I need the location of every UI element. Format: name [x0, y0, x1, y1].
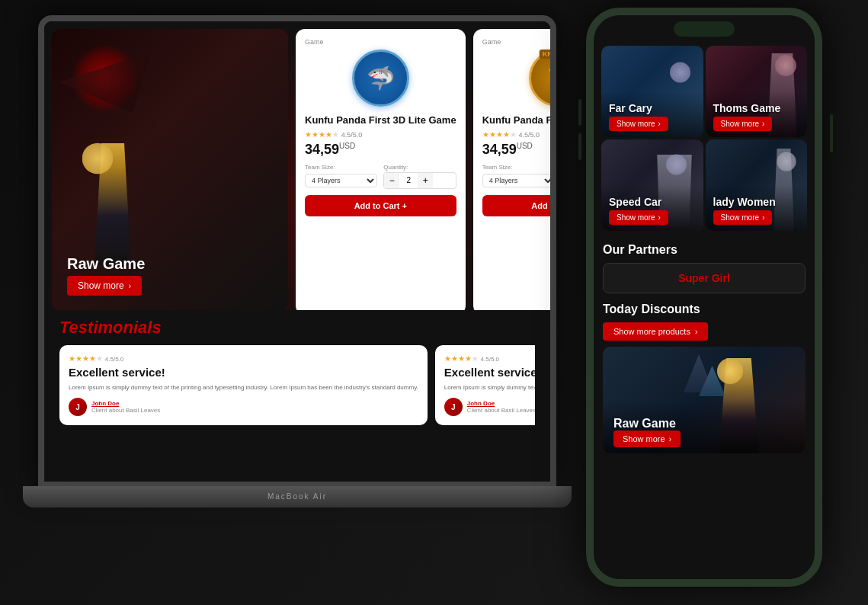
author-1-avatar: J: [69, 398, 87, 416]
far-cary-show-more-button[interactable]: Show more ›: [609, 117, 668, 131]
partners-box: Super Girl: [603, 263, 806, 293]
add-to-cart-button-1[interactable]: Add to Cart +: [305, 195, 456, 216]
phone-tile-lady-women: lady Women Show more ›: [706, 139, 808, 231]
card-1-stars: ★★★★★ 4.5/5.0: [305, 130, 456, 139]
team-size-select[interactable]: 4 Players: [305, 174, 377, 187]
testimonials-row: ★★★★★ 4.5/5.0 Excellent service! Lorem I…: [59, 345, 535, 425]
phone-vol-up-button[interactable]: [578, 99, 581, 126]
arrow-right-icon: ›: [129, 282, 131, 290]
team-size-select-2[interactable]: 4 Players: [482, 174, 550, 187]
team-size-group-2: Team Size: 4 Players: [482, 164, 550, 189]
phone-device: Far Cary Show more › Thoms Game: [556, 8, 860, 602]
qty-minus-button[interactable]: −: [384, 173, 399, 188]
phone-notch: [674, 21, 735, 37]
knights-icon: ⚔️ KNIGHTS: [529, 50, 550, 107]
card-2-stars: ★★★★★ 4.5/5.0: [482, 130, 550, 139]
card-2-category: Game: [482, 38, 550, 46]
testimonial-card-2: ★★★★★ 4.5/5.0 Excellent service! Lorem I…: [435, 345, 535, 425]
card-1-logo: 🦈: [350, 47, 411, 108]
laptop-top-section: Raw Game Show more › Game 🦈: [44, 21, 550, 322]
show-more-products-button[interactable]: Show more products ›: [603, 322, 708, 341]
laptop-content: Raw Game Show more › Game 🦈: [44, 21, 550, 482]
test-1-author: J John Doe Client about Basil Leaves: [69, 398, 418, 416]
phone-screen[interactable]: Far Cary Show more › Thoms Game: [594, 15, 815, 579]
show-more-products-label: Show more products: [613, 327, 690, 336]
test-1-title: Excellent service!: [69, 366, 418, 379]
author-2-about: Client about Basil Leaves: [467, 407, 535, 414]
add-to-cart-label-2: Add to Cart: [531, 201, 550, 210]
card-1-title: Kunfu Panda First 3D Lite Game: [305, 114, 456, 127]
discount-tile-label: Raw Game: [613, 417, 676, 431]
far-cary-arrow-icon: ›: [658, 120, 661, 128]
quantity-group: Quantity: − 2 +: [383, 164, 456, 189]
test-2-body: Lorem Ipsum is simply dummy text of the …: [444, 383, 535, 392]
laptop-base: MacBook Air: [23, 486, 572, 507]
author-1-about: Client about Basil Leaves: [91, 407, 160, 414]
lady-women-show-more-button[interactable]: Show more ›: [713, 210, 773, 225]
card-1-options: Team Size: 4 Players Quantity: −: [305, 164, 456, 189]
thoms-game-show-more-button[interactable]: Show more ›: [713, 117, 773, 131]
phone-game-grid: Far Cary Show more › Thoms Game: [601, 46, 807, 231]
discount-show-more-button[interactable]: Show more ›: [613, 431, 681, 447]
add-to-cart-button-2[interactable]: Add to Cart +: [482, 195, 550, 216]
game-cards-area: Game 🦈 Kunfu Panda First 3D Lite Game ★★…: [296, 29, 550, 315]
discount-arrow-icon: ›: [669, 435, 671, 443]
raw-game-btn-label: Show more: [78, 280, 124, 291]
test-2-title: Excellent service!: [444, 366, 535, 379]
lady-women-btn-label: Show more: [721, 213, 760, 222]
phone-vol-down-button[interactable]: [578, 133, 581, 160]
card-1-price: 34,59USD: [305, 142, 456, 158]
laptop-screen: Raw Game Show more › Game 🦈: [38, 15, 556, 488]
quantity-control: − 2 +: [383, 172, 456, 189]
team-size-group: Team Size: 4 Players: [305, 164, 377, 189]
raw-game-card: Raw Game Show more ›: [52, 29, 288, 311]
author-2-name: John Doe: [467, 400, 535, 407]
add-to-cart-label-1: Add to Cart: [354, 201, 400, 210]
card-2-logo: ⚔️ KNIGHTS: [527, 47, 550, 108]
far-cary-label: Far Cary: [609, 102, 652, 114]
phone-tile-thoms-game: Thoms Game Show more ›: [706, 46, 808, 137]
test-2-stars: ★★★★★ 4.5/5.0: [444, 354, 535, 363]
laptop-brand: MacBook Air: [267, 492, 327, 501]
far-cary-btn-label: Show more: [617, 120, 655, 128]
partner-label: Super Girl: [678, 272, 730, 284]
author-1-name: John Doe: [91, 400, 160, 407]
author-2-info: John Doe Client about Basil Leaves: [467, 400, 535, 414]
phone-tile-far-cary: Far Cary Show more ›: [601, 46, 703, 137]
thoms-game-label: Thoms Game: [713, 102, 781, 114]
laptop-screen-inner: Raw Game Show more › Game 🦈: [44, 21, 550, 482]
speed-car-label: Speed Car: [609, 196, 661, 208]
testimonials-title: Testimonials: [59, 318, 535, 338]
test-2-author: J John Doe Client about Basil Leaves: [444, 398, 535, 416]
lady-arrow-icon: ›: [762, 213, 764, 222]
laptop-device: Raw Game Show more › Game 🦈: [23, 15, 556, 587]
discounts-title: Today Discounts: [603, 302, 806, 316]
card-1-rating: 4.5/5.0: [341, 131, 363, 139]
card-1-category: Game: [305, 38, 456, 46]
thoms-game-btn-label: Show more: [721, 120, 760, 128]
qty-plus-button[interactable]: +: [418, 173, 433, 188]
phone-power-button[interactable]: [830, 114, 833, 152]
raw-game-show-more-button[interactable]: Show more ›: [67, 276, 142, 296]
thoms-arrow-icon: ›: [762, 120, 764, 128]
author-1-info: John Doe Client about Basil Leaves: [91, 400, 160, 414]
card-2-rating: 4.5/5.0: [518, 131, 540, 139]
our-partners-section: Our Partners Super Girl: [594, 243, 815, 293]
testimonials-section: Testimonials ★★★★★ 4.5/5.0 Excellent ser…: [44, 310, 550, 482]
shark-icon: 🦈: [352, 50, 409, 107]
test-1-body: Lorem Ipsum is simply dummy text of the …: [69, 383, 418, 392]
show-more-arrow-icon: ›: [695, 328, 697, 336]
raw-game-title: Raw Game: [67, 255, 145, 273]
phone-frame: Far Cary Show more › Thoms Game: [586, 8, 822, 587]
partners-title: Our Partners: [603, 243, 806, 257]
phone-tile-speed-car: Speed Car Show more ›: [601, 139, 703, 231]
discount-raw-game-tile: Raw Game Show more ›: [603, 347, 806, 453]
speed-car-show-more-button[interactable]: Show more ›: [609, 210, 668, 225]
card-2-options: Team Size: 4 Players Quantity: −: [482, 164, 550, 189]
test-1-stars: ★★★★★ 4.5/5.0: [69, 354, 418, 363]
speed-car-btn-label: Show more: [617, 213, 655, 222]
qty-value: 2: [399, 176, 418, 184]
speed-car-arrow-icon: ›: [658, 213, 661, 222]
today-discounts-section: Today Discounts Show more products ›: [594, 302, 815, 341]
lady-women-label: lady Women: [713, 196, 776, 208]
